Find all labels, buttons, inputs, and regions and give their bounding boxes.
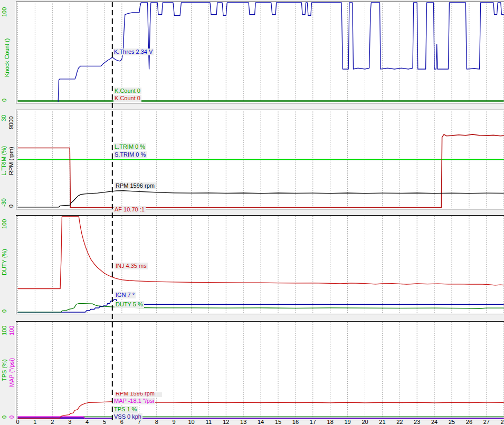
rpm-trace: [18, 191, 504, 207]
x-tick-label: 28: [498, 419, 504, 425]
x-tick-label: 10: [186, 419, 197, 425]
duty-readout-1: IGN 7 °: [115, 292, 136, 298]
knock-plot: [16, 2, 504, 103]
x-tick-label: 9: [168, 419, 180, 425]
gridlines: [18, 216, 504, 313]
knock-axis-label-0: 100: [1, 7, 7, 17]
rpm-trim-plot: [16, 110, 504, 209]
tps-map-axis-label-3: MAP ("/psi): [8, 358, 15, 387]
knock-axis-label-1: Knock Count (): [4, 38, 10, 77]
x-tick-label: 15: [272, 419, 284, 425]
knock-readout-2: K.Count 0: [113, 95, 141, 102]
x-tick-label: 2: [46, 419, 58, 425]
x-tick-label: 1: [29, 419, 41, 425]
tps-map-axis-label-0: 100: [1, 326, 7, 335]
x-tick-label: 4: [81, 419, 93, 425]
duty-readout-2: DUTY 5 %: [115, 301, 144, 308]
x-tick-label: 14: [255, 419, 267, 425]
x-tick-label: 26: [463, 419, 475, 425]
duty-readout-0: INJ 4.35 ms: [115, 263, 148, 269]
knock-axis-label-2: 0: [1, 99, 7, 102]
x-tick-label: 23: [411, 419, 423, 425]
x-tick-label: 19: [342, 419, 354, 425]
duty-axis-label-2: 0: [1, 310, 7, 313]
af-trace: [18, 134, 504, 208]
tps-map-axis-label-1: 100: [8, 326, 15, 335]
x-tick-label: 25: [446, 419, 458, 425]
datalog-viewer: K.Thres 2.34 VK.Count 0K.Count 0100Knock…: [0, 0, 504, 425]
duty-axis-label-1: DUTY (%): [1, 249, 7, 275]
gridlines: [18, 322, 504, 419]
x-tick-label: 22: [394, 419, 405, 425]
rpm-trim-panel[interactable]: [16, 110, 504, 209]
x-tick-label: 0: [12, 419, 24, 425]
rpm-trim-axis-label-5: 0: [8, 205, 14, 208]
tps-map-axis-label-4: 0: [1, 416, 7, 419]
tps-map-readout-2: TPS 1 %: [113, 406, 138, 413]
x-tick-label: 11: [203, 419, 214, 425]
duty-plot: [16, 216, 504, 314]
duty-axis-label-0: 100: [1, 219, 7, 229]
x-tick-label: 21: [376, 419, 388, 425]
x-tick-label: 16: [290, 419, 301, 425]
rpm-trim-readout-1: S.TRIM 0 %: [113, 151, 147, 158]
rpm-trim-axis-label-3: RPM (rpm): [8, 147, 14, 175]
tps-map-panel[interactable]: [16, 321, 504, 420]
tps-map-readout-1: MAP -18.1 "/psi: [113, 398, 155, 404]
tps-map-readout-3: VSS 0 kph: [113, 413, 142, 420]
gridlines: [18, 3, 504, 102]
x-tick-label: 3: [64, 419, 75, 425]
knock-panel[interactable]: [16, 2, 504, 103]
knock-readout-0: K.Thres 2.34 V: [113, 49, 154, 55]
rpm-trim-readout-0: L.TRIM 0 %: [113, 143, 146, 150]
tps-map-plot: [16, 322, 504, 420]
x-tick-label: 12: [220, 419, 232, 425]
x-tick-label: 18: [325, 419, 336, 425]
tps-map-readout-clipped: RPM 1596 rpm: [115, 392, 162, 398]
rpm-trim-axis-label-1: 9000: [8, 117, 14, 129]
x-tick-label: 20: [359, 419, 371, 425]
x-tick-label: 17: [307, 419, 319, 425]
x-tick-label: 13: [237, 419, 249, 425]
tps-map-axis-label-2: TPS (%): [1, 359, 7, 381]
x-tick-label: 27: [481, 419, 492, 425]
duty-panel[interactable]: [16, 215, 504, 314]
x-tick-label: 5: [99, 419, 110, 425]
x-tick-label: 24: [429, 419, 440, 425]
tps-map-readout-0: RPM 1596 rpm: [115, 392, 162, 397]
knock-readout-1: K.Count 0: [113, 88, 141, 94]
rpm-trim-axis-label-4: -30: [1, 198, 7, 207]
rpm-trim-readout-2: RPM 1596 rpm: [115, 182, 156, 189]
x-tick-label: 8: [151, 419, 163, 425]
rpm-trim-axis-label-2: L.TRIM (%): [1, 146, 7, 176]
rpm-trim-axis-label-0: 30: [1, 115, 7, 121]
rpm-trim-readout-3: AF 10.70 :1: [113, 206, 146, 213]
